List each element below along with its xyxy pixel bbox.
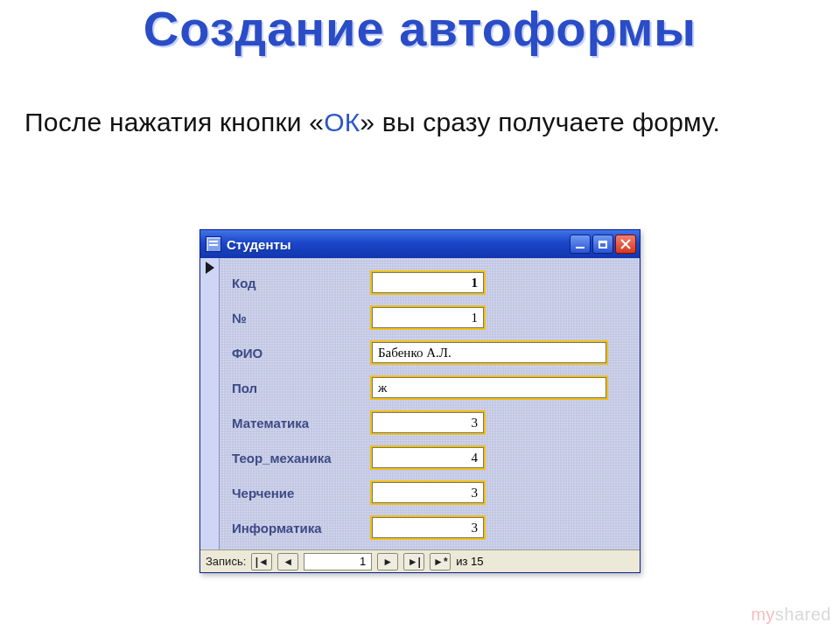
- nav-last-button[interactable]: ►|: [403, 553, 424, 570]
- close-button[interactable]: [615, 234, 636, 254]
- watermark-shared: shared: [775, 605, 831, 624]
- maximize-icon: [598, 241, 607, 248]
- record-navigation-bar: Запись: |◄ ◄ 1 ► ►| ►* из 15: [200, 550, 640, 572]
- close-icon: [620, 239, 631, 249]
- field-input[interactable]: 3: [372, 482, 484, 503]
- record-of-text: из 15: [456, 555, 483, 568]
- field-wrap: 1: [372, 272, 484, 293]
- form-row: Код1: [232, 265, 629, 300]
- field-input[interactable]: Бабенко А.Л.: [372, 342, 606, 363]
- current-record-arrow-icon: [206, 262, 214, 274]
- record-number-field[interactable]: 1: [304, 553, 372, 570]
- watermark-my: my: [751, 605, 775, 624]
- form-row: Математика3: [232, 405, 629, 440]
- form-row: ФИОБабенко А.Л.: [232, 335, 629, 370]
- field-input[interactable]: ж: [372, 377, 606, 398]
- slide-description: После нажатия кнопки «ОК» вы сразу получ…: [24, 104, 816, 177]
- field-label: Теор_механика: [232, 451, 372, 466]
- nav-new-record-button[interactable]: ►*: [430, 553, 451, 570]
- nav-prev-button[interactable]: ◄: [277, 553, 298, 570]
- form-detail: Код1№1ФИОБабенко А.Л.ПолжМатематика3Теор…: [220, 258, 640, 550]
- field-input[interactable]: 1: [372, 272, 484, 293]
- nav-first-button[interactable]: |◄: [251, 553, 272, 570]
- desc-text-post: » вы сразу получаете форму.: [360, 108, 720, 136]
- slide: Создание автоформы После нажатия кнопки …: [0, 0, 840, 630]
- titlebar[interactable]: Студенты: [200, 230, 640, 258]
- field-input[interactable]: 1: [372, 307, 484, 328]
- form-row: Черчение3: [232, 475, 629, 510]
- nav-first-icon: |◄: [256, 556, 269, 567]
- field-wrap: Бабенко А.Л.: [372, 342, 606, 363]
- window-title: Студенты: [227, 237, 564, 252]
- minimize-icon: [576, 247, 584, 248]
- field-label: Информатика: [232, 521, 372, 536]
- watermark: myshared: [751, 605, 831, 625]
- nav-prev-icon: ◄: [283, 556, 293, 567]
- slide-headline: Создание автоформы: [0, 0, 840, 55]
- field-label: Черчение: [232, 486, 372, 500]
- field-label: Код: [232, 276, 372, 290]
- form-row: Информатика3: [232, 510, 629, 545]
- form-icon: [206, 236, 221, 252]
- maximize-button[interactable]: [592, 234, 613, 254]
- field-input[interactable]: 3: [372, 517, 484, 538]
- minimize-button[interactable]: [570, 234, 591, 254]
- field-wrap: 1: [372, 307, 484, 328]
- window-buttons: [570, 234, 636, 254]
- field-input[interactable]: 4: [372, 447, 484, 468]
- nav-last-icon: ►|: [408, 556, 421, 567]
- field-wrap: 4: [372, 447, 484, 468]
- field-label: Математика: [232, 416, 372, 430]
- client-area: Код1№1ФИОБабенко А.Л.ПолжМатематика3Теор…: [200, 258, 640, 550]
- nav-new-icon: ►*: [433, 556, 448, 567]
- nav-next-button[interactable]: ►: [377, 553, 398, 570]
- field-label: ФИО: [232, 346, 372, 360]
- desc-text-pre: После нажатия кнопки «: [24, 108, 324, 136]
- field-wrap: 3: [372, 412, 484, 433]
- record-selector[interactable]: [200, 258, 220, 550]
- form-row: Теор_механика4: [232, 440, 629, 475]
- field-wrap: ж: [372, 377, 606, 398]
- nav-next-icon: ►: [382, 556, 393, 567]
- form-row: №1: [232, 300, 629, 335]
- desc-ok-accent: ОК: [324, 108, 360, 136]
- field-label: №: [232, 311, 372, 326]
- record-nav-label: Запись:: [206, 555, 246, 568]
- form-row: Полж: [232, 370, 629, 405]
- field-label: Пол: [232, 381, 372, 396]
- field-wrap: 3: [372, 482, 484, 503]
- access-form-window: Студенты Код1№1ФИОБабенко А.Л.ПолжМатема…: [200, 229, 640, 573]
- field-input[interactable]: 3: [372, 412, 484, 433]
- field-wrap: 3: [372, 517, 484, 538]
